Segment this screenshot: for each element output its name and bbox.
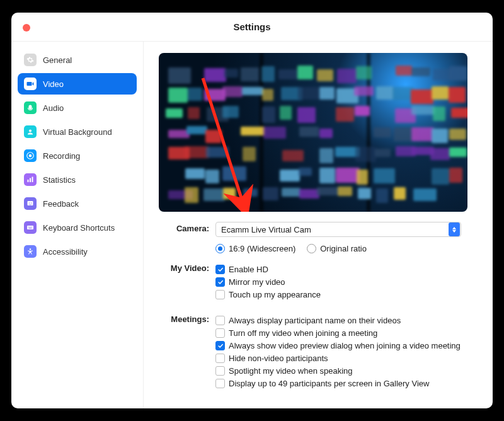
svg-point-8: [31, 202, 32, 203]
meetings-option-1[interactable]: Turn off my video when joining a meeting: [215, 328, 478, 338]
svg-rect-13: [32, 227, 33, 228]
select-arrows-icon: [449, 222, 460, 236]
sidebar-item-feedback[interactable]: Feedback: [18, 193, 137, 214]
checkbox-icon: [215, 328, 225, 338]
svg-rect-14: [29, 228, 32, 229]
accessibility-icon: [24, 245, 37, 258]
feedback-icon: [24, 197, 37, 210]
sidebar-item-label: Audio: [43, 103, 64, 113]
sidebar-item-audio[interactable]: Audio: [18, 97, 137, 118]
svg-rect-9: [27, 226, 33, 229]
ratio-widescreen-label: 16:9 (Widescreen): [229, 244, 295, 253]
sidebar-item-virtual-bg[interactable]: Virtual Background: [18, 121, 137, 142]
gear-icon: [24, 54, 37, 66]
meetings-row: Meetings: Always display participant nam…: [159, 313, 478, 391]
meetings-label: Meetings:: [159, 313, 215, 324]
option-label: Spotlight my video when speaking: [229, 366, 353, 376]
sidebar-item-video[interactable]: Video: [18, 73, 137, 95]
checkbox-icon: [215, 316, 225, 325]
sidebar-item-accessibility[interactable]: Accessibility: [18, 241, 137, 262]
myvideo-option-2[interactable]: Touch up my appearance: [215, 290, 478, 299]
ratio-widescreen-radio[interactable]: 16:9 (Widescreen): [215, 244, 295, 253]
settings-window: Settings GeneralVideoAudioVirtual Backgr…: [11, 13, 493, 408]
sidebar-item-label: Accessibility: [43, 247, 88, 257]
statistics-icon: [24, 173, 37, 186]
svg-point-2: [29, 154, 32, 158]
checkbox-icon: [215, 379, 225, 388]
sidebar-item-statistics[interactable]: Statistics: [18, 169, 137, 190]
my-video-label: My Video:: [159, 262, 215, 273]
titlebar: Settings: [11, 13, 493, 42]
sidebar: GeneralVideoAudioVirtual BackgroundRecor…: [11, 42, 144, 408]
svg-point-7: [29, 202, 30, 203]
virtual-bg-icon: [24, 125, 37, 138]
meetings-option-3[interactable]: Hide non-video participants: [215, 354, 478, 363]
window-body: GeneralVideoAudioVirtual BackgroundRecor…: [11, 42, 493, 408]
sidebar-item-label: Virtual Background: [43, 127, 112, 137]
radio-icon: [215, 244, 225, 253]
meetings-option-5[interactable]: Display up to 49 participants per screen…: [215, 379, 478, 388]
content-panel: Camera: Ecamm Live Virtual Cam 16:9 (Wid…: [144, 42, 493, 408]
audio-icon: [24, 101, 37, 114]
option-label: Always show video preview dialog when jo…: [229, 341, 461, 350]
svg-rect-5: [32, 177, 33, 183]
recording-icon: [24, 149, 37, 162]
checkbox-icon: [215, 366, 225, 376]
sidebar-item-label: Recording: [43, 151, 80, 161]
svg-rect-10: [28, 227, 29, 228]
ratio-original-radio[interactable]: Original ratio: [307, 244, 367, 253]
checkbox-icon: [215, 341, 225, 350]
checkbox-icon: [215, 290, 225, 299]
option-label: Turn off my video when joining a meeting: [229, 328, 377, 338]
sidebar-item-label: Feedback: [43, 199, 79, 209]
video-icon: [24, 78, 37, 90]
camera-select[interactable]: Ecamm Live Virtual Cam: [215, 222, 461, 237]
svg-point-0: [29, 130, 32, 132]
radio-icon: [307, 244, 316, 253]
svg-rect-12: [31, 227, 32, 228]
camera-row: Camera: Ecamm Live Virtual Cam 16:9 (Wid…: [159, 222, 478, 258]
sidebar-item-gear[interactable]: General: [18, 49, 137, 71]
checkbox-icon: [215, 265, 225, 274]
window-title: Settings: [233, 21, 270, 32]
checkbox-icon: [215, 354, 225, 363]
keyboard-icon: [24, 221, 37, 234]
camera-select-value: Ecamm Live Virtual Cam: [221, 225, 311, 234]
option-label: Mirror my video: [229, 277, 285, 287]
option-label: Hide non-video participants: [229, 354, 328, 363]
video-preview: [159, 53, 467, 212]
meetings-option-0[interactable]: Always display participant name on their…: [215, 316, 478, 325]
sidebar-item-label: General: [43, 55, 72, 65]
my-video-row: My Video: Enable HDMirror my videoTouch …: [159, 262, 478, 303]
aspect-ratio-group: 16:9 (Widescreen) Original ratio: [215, 241, 478, 257]
myvideo-option-1[interactable]: Mirror my video: [215, 277, 478, 287]
svg-rect-3: [28, 180, 29, 182]
camera-label: Camera:: [159, 222, 215, 233]
option-label: Touch up my appearance: [229, 290, 321, 299]
svg-point-15: [30, 248, 32, 250]
sidebar-item-recording[interactable]: Recording: [18, 145, 137, 166]
option-label: Display up to 49 participants per screen…: [229, 379, 429, 388]
svg-rect-11: [30, 227, 30, 228]
sidebar-item-keyboard[interactable]: Keyboard Shortcuts: [18, 217, 137, 238]
sidebar-item-label: Statistics: [43, 175, 76, 185]
svg-rect-4: [30, 178, 31, 183]
option-label: Always display participant name on their…: [229, 316, 401, 325]
option-label: Enable HD: [229, 265, 268, 274]
meetings-option-4[interactable]: Spotlight my video when speaking: [215, 366, 478, 376]
meetings-option-2[interactable]: Always show video preview dialog when jo…: [215, 341, 478, 350]
myvideo-option-0[interactable]: Enable HD: [215, 265, 478, 274]
sidebar-item-label: Video: [43, 79, 64, 89]
checkbox-icon: [215, 277, 225, 287]
ratio-original-label: Original ratio: [320, 244, 367, 253]
sidebar-item-label: Keyboard Shortcuts: [43, 223, 115, 233]
close-window-button[interactable]: [23, 24, 30, 32]
